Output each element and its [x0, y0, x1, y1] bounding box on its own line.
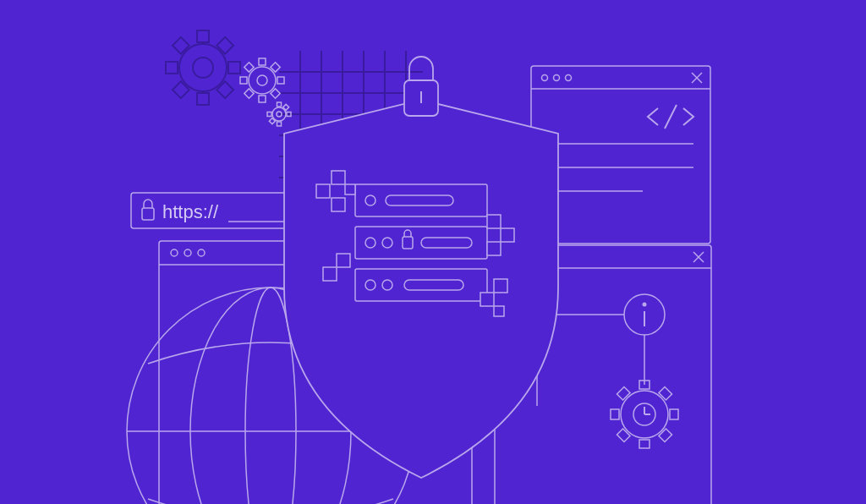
svg-rect-18 [228, 62, 240, 74]
svg-rect-110 [494, 279, 507, 293]
svg-rect-111 [480, 293, 494, 306]
svg-point-69 [643, 303, 647, 307]
svg-rect-112 [494, 306, 504, 316]
svg-rect-101 [332, 171, 345, 184]
svg-rect-17 [166, 62, 178, 74]
svg-point-24 [257, 75, 267, 85]
svg-rect-25 [259, 58, 266, 65]
svg-rect-28 [277, 77, 284, 84]
svg-rect-109 [323, 267, 337, 281]
svg-rect-15 [197, 30, 209, 42]
gear-icon-medium [231, 49, 293, 112]
url-protocol-text: https:// [162, 201, 219, 222]
svg-rect-36 [277, 122, 282, 126]
gear-icon-large [151, 15, 255, 120]
padlock-icon [404, 57, 438, 116]
svg-rect-27 [240, 77, 247, 84]
svg-rect-104 [345, 184, 355, 194]
svg-rect-102 [316, 184, 330, 198]
svg-rect-16 [197, 93, 209, 105]
svg-rect-107 [487, 242, 501, 255]
svg-point-14 [193, 58, 213, 78]
svg-rect-37 [267, 112, 271, 117]
svg-point-13 [179, 44, 227, 91]
svg-point-23 [249, 67, 276, 94]
svg-rect-105 [487, 215, 501, 228]
security-illustration: https:// [0, 0, 866, 504]
svg-rect-106 [501, 228, 514, 242]
svg-rect-26 [259, 96, 266, 102]
svg-rect-103 [332, 198, 345, 211]
svg-rect-35 [277, 102, 282, 107]
svg-rect-108 [337, 254, 350, 267]
